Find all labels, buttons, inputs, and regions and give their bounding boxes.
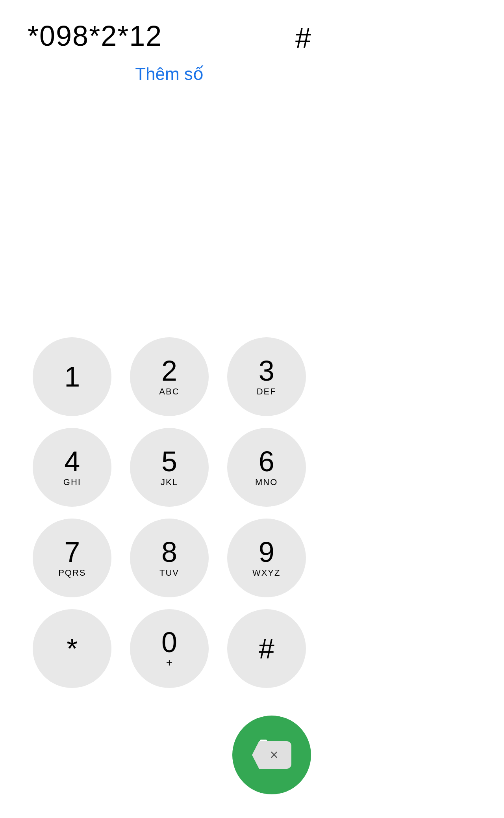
digit-5: 5 xyxy=(161,447,177,476)
digit-3: 3 xyxy=(259,357,274,385)
backspace-shape: × xyxy=(252,741,291,769)
digit-9: 9 xyxy=(259,538,274,566)
dialpad: 1 2 ABC 3 DEF 4 GHI 5 JKL 6 MNO 7 PQRS 8 xyxy=(16,337,323,688)
digit-1: 1 xyxy=(64,363,80,391)
digit-2: 2 xyxy=(161,357,177,385)
letters-3: DEF xyxy=(257,387,276,397)
dial-key-4[interactable]: 4 GHI xyxy=(33,428,111,507)
digit-8: 8 xyxy=(161,538,177,566)
letters-6: MNO xyxy=(255,477,278,487)
letters-9: WXYZ xyxy=(252,568,281,578)
backspace-icon: × xyxy=(270,747,278,763)
header-hash-button[interactable]: # xyxy=(295,20,311,52)
dial-key-8[interactable]: 8 TUV xyxy=(130,519,209,597)
letters-7: PQRS xyxy=(58,568,86,578)
dial-key-6[interactable]: 6 MNO xyxy=(227,428,306,507)
dial-key-hash[interactable]: # xyxy=(227,609,306,688)
dial-key-3[interactable]: 3 DEF xyxy=(227,337,306,416)
add-number-link[interactable]: Thêm số xyxy=(135,64,204,84)
bottom-row: × xyxy=(16,708,323,818)
dial-key-5[interactable]: 5 JKL xyxy=(130,428,209,507)
letters-8: TUV xyxy=(159,568,179,578)
digit-4: 4 xyxy=(64,447,80,476)
dial-key-9[interactable]: 9 WXYZ xyxy=(227,519,306,597)
digit-6: 6 xyxy=(259,447,274,476)
plus-0: + xyxy=(166,656,172,669)
dialer-header: *098*2*12 # xyxy=(16,0,323,56)
empty-left xyxy=(91,716,169,794)
dial-key-1[interactable]: 1 xyxy=(33,337,111,416)
backspace-button[interactable]: × xyxy=(252,741,291,769)
letters-2: ABC xyxy=(159,387,179,397)
phone-dialer: *098*2*12 # Thêm số 1 2 ABC 3 DEF 4 GHI … xyxy=(0,0,339,818)
letters-4: GHI xyxy=(63,477,81,487)
dial-key-star[interactable]: * xyxy=(33,609,111,688)
dial-key-2[interactable]: 2 ABC xyxy=(130,337,209,416)
letters-5: JKL xyxy=(161,477,178,487)
dial-key-0[interactable]: 0 + xyxy=(130,609,209,688)
digit-star: * xyxy=(67,634,78,663)
dial-key-7[interactable]: 7 PQRS xyxy=(33,519,111,597)
digit-0: 0 xyxy=(161,628,177,656)
digit-hash: # xyxy=(259,634,274,663)
dialed-number: *098*2*12 xyxy=(28,20,162,52)
digit-7: 7 xyxy=(64,538,80,566)
